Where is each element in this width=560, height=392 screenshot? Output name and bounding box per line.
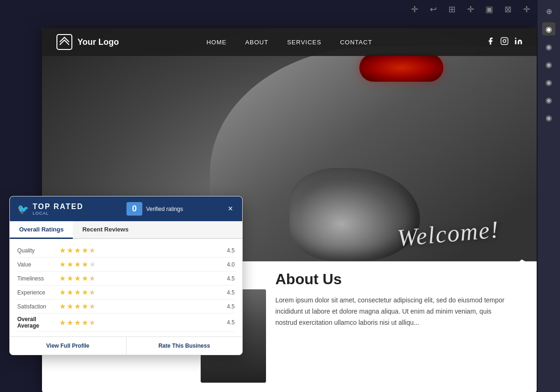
linkedin-icon[interactable] (514, 37, 523, 47)
star-5: ★ (89, 274, 96, 283)
rate-this-business-button[interactable]: Rate This Business (126, 337, 243, 355)
rating-label-value: Value (17, 261, 59, 268)
nav-about[interactable]: ABOUT (245, 39, 268, 46)
stars-overall: ★ ★ ★ ★ ★ (59, 318, 221, 327)
right-toolbar-icon-5[interactable]: ◉ (542, 76, 555, 89)
nav-home[interactable]: HOME (206, 39, 226, 46)
star-1: ★ (59, 288, 66, 297)
right-toolbar-icon-1[interactable]: ⊕ (542, 5, 555, 18)
toolbar-icon-3[interactable]: ⊞ (446, 4, 457, 15)
widget-header: 🐦 TOP RATED LOCAL 0 Verified ratings × (10, 196, 242, 221)
star-4: ★ (82, 246, 88, 255)
rating-score-satisfaction: 4.5 (221, 303, 235, 310)
star-5: ★ (89, 288, 96, 297)
stars-value: ★ ★ ★ ★ ★ (59, 260, 221, 269)
star-1: ★ (59, 302, 66, 311)
logo-area: Your Logo (56, 34, 173, 50)
star-3: ★ (74, 274, 81, 283)
right-toolbar-icon-7[interactable]: ◉ (542, 111, 555, 124)
rating-score-timeliness: 4.5 (221, 275, 235, 282)
top-toolbar: ✛ ↩ ⊞ ✛ ▣ ⊠ ✛ (409, 4, 532, 15)
star-3: ★ (74, 246, 81, 255)
right-toolbar-icon-2[interactable]: ◉ (542, 22, 555, 35)
star-4: ★ (82, 260, 88, 269)
top-rated-widget: 🐦 TOP RATED LOCAL 0 Verified ratings × O… (9, 196, 243, 355)
star-2: ★ (67, 246, 73, 255)
right-toolbar-icon-4[interactable]: ◉ (542, 58, 555, 71)
rating-score-experience: 4.5 (221, 289, 235, 296)
toolbar-icon-1[interactable]: ✛ (409, 4, 420, 15)
star-3: ★ (74, 302, 81, 311)
rating-label-timeliness: Timeliness (17, 275, 59, 282)
rating-row-experience: Experience ★ ★ ★ ★ ★ 4.5 (17, 286, 235, 300)
svg-point-3 (506, 39, 507, 40)
toolbar-icon-6[interactable]: ⊠ (502, 4, 513, 15)
rating-label-overall: Overall Average (17, 316, 59, 329)
star-3: ★ (74, 288, 81, 297)
toolbar-icon-2[interactable]: ↩ (427, 4, 439, 15)
navbar: Your Logo HOME ABOUT SERVICES CONTACT (42, 28, 537, 56)
star-4: ★ (82, 302, 88, 311)
star-3: ★ (74, 318, 81, 327)
rating-row-timeliness: Timeliness ★ ★ ★ ★ ★ 4.5 (17, 272, 235, 286)
car-taillight (359, 54, 443, 82)
nav-contact[interactable]: CONTACT (340, 39, 372, 46)
right-toolbar-icon-3[interactable]: ◉ (542, 40, 555, 53)
stars-timeliness: ★ ★ ★ ★ ★ (59, 274, 221, 283)
top-rated-sub: LOCAL (33, 211, 84, 216)
svg-rect-4 (515, 40, 517, 44)
rating-row-satisfaction: Satisfaction ★ ★ ★ ★ ★ 4.5 (17, 300, 235, 314)
star-2: ★ (67, 302, 73, 311)
rating-label-quality: Quality (17, 247, 59, 254)
verified-badge: 0 Verified ratings (126, 202, 183, 216)
right-toolbar: ⊕ ◉ ◉ ◉ ◉ ◉ ◉ (538, 0, 560, 392)
star-1: ★ (59, 260, 66, 269)
instagram-icon[interactable] (500, 37, 509, 47)
toolbar-icon-4[interactable]: ✛ (465, 4, 476, 15)
brand-text-container: TOP RATED LOCAL (33, 203, 84, 216)
star-5: ★ (89, 260, 96, 269)
star-1: ★ (59, 274, 66, 283)
star-2: ★ (67, 288, 73, 297)
facebook-icon[interactable] (486, 37, 495, 47)
rating-score-value: 4.0 (221, 261, 235, 268)
about-body: Lorem ipsum dolor sit amet, consectetur … (275, 295, 513, 328)
rating-score-quality: 4.5 (221, 247, 235, 254)
nav-links: HOME ABOUT SERVICES CONTACT (173, 38, 406, 46)
rating-label-experience: Experience (17, 289, 59, 296)
top-rated-text: TOP RATED (33, 203, 84, 210)
svg-rect-1 (501, 38, 508, 45)
star-1: ★ (59, 318, 66, 327)
logo-icon (56, 34, 73, 50)
about-title: About Us (275, 271, 513, 288)
nav-services[interactable]: SERVICES (287, 39, 322, 46)
svg-point-2 (503, 40, 506, 42)
bird-icon: 🐦 (17, 203, 29, 215)
tab-overall-ratings[interactable]: Overall Ratings (10, 221, 73, 239)
tab-recent-reviews[interactable]: Recent Reviews (73, 221, 138, 238)
widget-footer: View Full Profile Rate This Business (10, 336, 242, 355)
star-2: ★ (67, 318, 73, 327)
stars-experience: ★ ★ ★ ★ ★ (59, 288, 221, 297)
stars-satisfaction: ★ ★ ★ ★ ★ (59, 302, 221, 311)
view-full-profile-button[interactable]: View Full Profile (10, 337, 126, 355)
rating-count: 0 (126, 202, 142, 216)
star-1: ★ (59, 246, 66, 255)
toolbar-icon-5[interactable]: ▣ (483, 4, 495, 15)
right-toolbar-icon-6[interactable]: ◉ (542, 93, 555, 106)
logo-text: Your Logo (77, 37, 119, 47)
stars-quality: ★ ★ ★ ★ ★ (59, 246, 221, 255)
star-4: ★ (82, 288, 88, 297)
star-5: ★ (89, 318, 96, 327)
close-button[interactable]: × (226, 204, 235, 214)
star-5: ★ (89, 302, 96, 311)
star-5: ★ (89, 246, 96, 255)
social-icons (406, 37, 523, 47)
svg-point-5 (515, 38, 517, 39)
rating-row-value: Value ★ ★ ★ ★ ★ 4.0 (17, 258, 235, 272)
toolbar-icon-7[interactable]: ✛ (521, 4, 532, 15)
rating-row-quality: Quality ★ ★ ★ ★ ★ 4.5 (17, 244, 235, 258)
verified-text: Verified ratings (146, 206, 183, 212)
star-2: ★ (67, 260, 73, 269)
star-3: ★ (74, 260, 81, 269)
